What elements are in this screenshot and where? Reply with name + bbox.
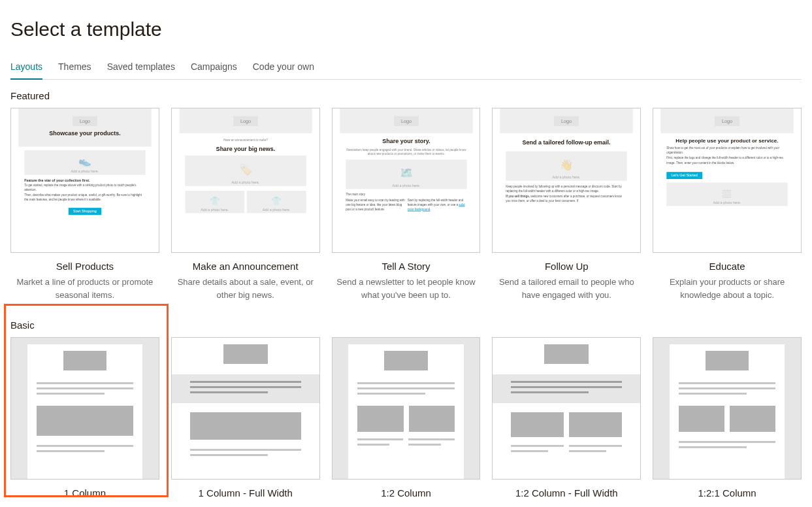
section-label-basic: Basic [10, 319, 802, 331]
tab-themes[interactable]: Themes [58, 57, 91, 79]
template-thumb-sell-products[interactable]: Logo Showcase your products. 👟 Add a pho… [10, 108, 159, 253]
thumb-subhead: Feature the star of your collection firs… [24, 178, 145, 182]
lines-icon [679, 382, 775, 398]
template-card-follow-up: Logo Send a tailored follow-up email. 👋 … [492, 108, 641, 301]
card-title: 1 Column - Full Width [199, 487, 293, 499]
lines-icon [408, 438, 454, 449]
section-label-featured: Featured [10, 90, 802, 101]
template-thumb-educate[interactable]: Logo Help people use your product or ser… [653, 108, 802, 253]
thumb-headline: Send a tailored follow-up email. [514, 139, 619, 146]
template-thumb-follow-up[interactable]: Logo Send a tailored follow-up email. 👋 … [492, 108, 641, 253]
block-icon [569, 412, 622, 437]
thumb-headline: Showcase your products. [23, 129, 146, 136]
shoe-icon: 👟 [78, 155, 91, 168]
photo-placeholder: 🗺️ Add a photo here. [346, 159, 466, 189]
cta-button: Start Shopping [69, 208, 101, 215]
tag-icon: 🏷️ [239, 163, 252, 176]
template-card-1-2-column: 1:2 Column [332, 337, 481, 499]
card-title: 1:2:1 Column [698, 487, 756, 499]
card-title: Tell A Story [382, 261, 430, 272]
lines-icon [511, 445, 564, 455]
lines-icon [190, 449, 301, 456]
card-title: 1:2 Column [381, 487, 431, 499]
shirt-icon: 👕 [210, 196, 219, 205]
block-icon [544, 344, 589, 364]
block-icon [384, 351, 428, 370]
block-icon [679, 406, 724, 432]
lines-icon [37, 445, 133, 455]
tab-saved-templates[interactable]: Saved templates [107, 57, 175, 79]
card-title: Educate [709, 261, 745, 272]
block-icon [357, 406, 403, 432]
thumb-headline: Share your big news. [184, 146, 307, 152]
card-desc: Share details about a sale, event, or ot… [171, 276, 320, 301]
block-icon [63, 351, 107, 370]
template-card-1-2-1-column: 1:2:1 Column [653, 337, 802, 499]
block-icon [190, 412, 301, 440]
card-title: Sell Products [56, 261, 114, 272]
page-title: Select a template [10, 18, 802, 41]
template-card-sell-products: Logo Showcase your products. 👟 Add a pho… [10, 108, 159, 301]
lines-icon [357, 382, 454, 398]
logo-placeholder: Logo [715, 116, 739, 126]
template-thumb-1-2-1-column[interactable] [653, 337, 802, 480]
photo-placeholder: ▥ Add a photo here. [666, 182, 787, 206]
band-icon [493, 374, 640, 403]
tab-layouts[interactable]: Layouts [10, 57, 42, 80]
logo-placeholder: Logo [394, 116, 419, 126]
logo-placeholder: Logo [233, 116, 258, 126]
block-icon [730, 406, 775, 432]
map-icon: 🗺️ [400, 167, 413, 180]
photo-placeholder: 👋 Add a photo here. [506, 152, 627, 181]
template-card-educate: Logo Help people use your product or ser… [653, 108, 802, 301]
block-icon [706, 351, 749, 370]
block-icon [409, 406, 455, 432]
shirt-icon: 👕 [271, 196, 281, 205]
template-card-1-2-column-full-width: 1:2 Column - Full Width [492, 337, 641, 499]
tab-code-your-own[interactable]: Code your own [253, 57, 314, 79]
photo-placeholder: 👕 Add a photo here. [247, 191, 306, 213]
wave-icon: 👋 [560, 158, 573, 171]
cta-button: Let's Get Started [666, 172, 702, 179]
photo-placeholder: 👕 Add a photo here. [185, 191, 244, 213]
thumb-headline: Help people use your product or service. [664, 138, 790, 144]
block-icon [511, 412, 564, 437]
card-desc: Send a newsletter to let people know wha… [332, 276, 481, 301]
lines-icon [37, 382, 133, 398]
featured-grid: Logo Showcase your products. 👟 Add a pho… [10, 108, 802, 301]
template-thumb-tell-a-story[interactable]: Logo Share your story. Newsletters keep … [332, 108, 481, 253]
card-title: 1 Column [64, 487, 106, 499]
card-desc: Market a line of products or promote sea… [10, 276, 159, 301]
band-icon [172, 374, 319, 403]
card-title: 1:2 Column - Full Width [515, 487, 618, 499]
lines-icon [569, 445, 622, 455]
template-card-tell-a-story: Logo Share your story. Newsletters keep … [332, 108, 481, 301]
block-icon [223, 344, 268, 364]
card-title: Follow Up [545, 261, 589, 272]
template-thumb-1-2-column[interactable] [332, 337, 481, 480]
template-thumb-1-2-column-full-width[interactable] [492, 337, 641, 480]
basic-grid: 1 Column 1 Column - Full Width [10, 337, 802, 499]
tabs: Layouts Themes Saved templates Campaigns… [10, 57, 802, 80]
logo-placeholder: Logo [73, 116, 97, 126]
card-title: Make an Announcement [193, 261, 299, 272]
thumb-headline: Share your story. [344, 138, 468, 144]
template-card-1-column-full-width: 1 Column - Full Width [171, 337, 320, 499]
lines-icon [679, 441, 775, 451]
template-card-make-announcement: Logo Have an announcement to make? Share… [171, 108, 320, 301]
block-icon [37, 406, 133, 436]
template-card-1-column: 1 Column [10, 337, 159, 499]
template-thumb-1-column[interactable] [10, 337, 159, 480]
template-thumb-1-column-full-width[interactable] [171, 337, 320, 480]
template-thumb-make-announcement[interactable]: Logo Have an announcement to make? Share… [171, 108, 320, 253]
card-desc: Send a tailored email to people who have… [492, 276, 641, 301]
logo-placeholder: Logo [554, 116, 579, 126]
lines-icon [357, 438, 403, 449]
card-desc: Explain your products or share knowledge… [653, 276, 802, 301]
photo-placeholder: 🏷️ Add a photo here. [185, 155, 306, 186]
boxes-icon: ▥ [722, 187, 732, 200]
tab-campaigns[interactable]: Campaigns [191, 57, 237, 79]
photo-placeholder: 👟 Add a photo here. [24, 150, 145, 175]
